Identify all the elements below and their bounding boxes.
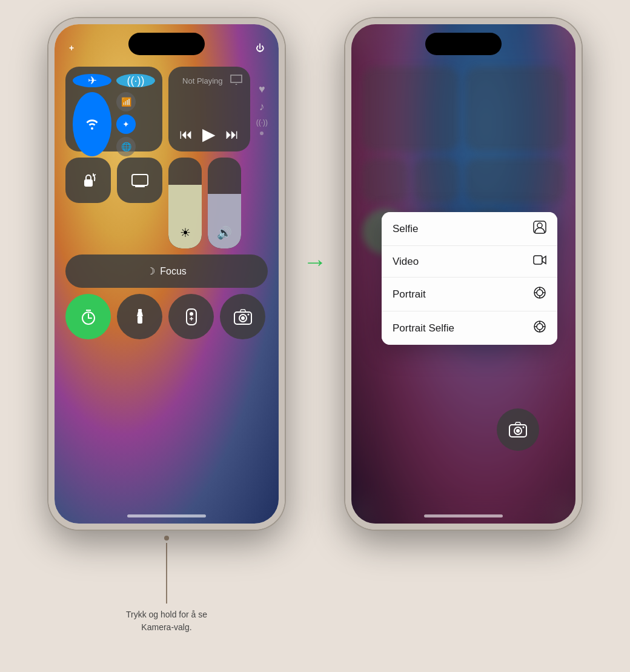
selfie-icon [533,221,546,237]
menu-item-video[interactable]: Video [382,246,557,278]
svg-point-23 [537,290,543,296]
portrait-label: Portrait [393,288,426,301]
svg-rect-2 [132,175,148,185]
focus-btn[interactable]: ☽ Focus [65,254,268,288]
blurred-sm-1 [362,158,408,203]
phone-right: Selfie Video [345,18,582,530]
timer-btn[interactable] [65,294,111,339]
wifi-calling-btn[interactable]: ((·)) [116,74,155,87]
blurred-media [465,67,565,151]
lock-rotate-btn[interactable] [65,158,111,203]
airplane-mode-btn[interactable]: ✈ [73,74,111,87]
cc-side-icons: ♥ ♪ ((·)) [256,67,268,151]
brightness-fill: ☀ [168,185,202,248]
menu-item-selfie[interactable]: Selfie [382,212,557,246]
control-center: ✈ ((·)) 📶 ✦ 🌐 [65,67,268,339]
home-indicator-right [424,514,503,517]
callout-line [166,543,167,604]
media-controls: ⏮ ▶ ⏭ [179,124,239,144]
video-label: Video [393,256,419,268]
earth-btn[interactable]: 🌐 [116,137,136,156]
cc-top-row: ✈ ((·)) 📶 ✦ 🌐 [65,67,268,151]
menu-item-portrait[interactable]: Portrait [382,278,557,311]
svg-marker-0 [233,84,239,85]
context-menu: Selfie Video [382,212,557,345]
wifi-btn[interactable] [73,92,111,156]
svg-point-29 [537,324,543,330]
camera-btn-left[interactable] [220,294,265,339]
remote-btn[interactable] [168,294,214,339]
status-bar-left: + ⏻ [55,33,279,63]
green-arrow: → [303,248,327,276]
camera-btn-right[interactable] [497,408,539,451]
not-playing-label: Not Playing [176,76,230,85]
portrait-selfie-icon [533,320,546,336]
main-content: + ⏻ ✈ ((·)) [0,0,630,634]
arrow-container: → [297,248,333,276]
selfie-label: Selfie [393,223,419,235]
brightness-icon: ☀ [180,225,191,240]
play-btn[interactable]: ▶ [202,124,216,144]
callout-container: Trykk og hold for å se Kamera-valg. [124,536,209,634]
cc-mid-row: ☀ 🔊 [65,158,268,248]
plus-icon[interactable]: + [69,43,74,53]
svg-rect-21 [534,256,542,264]
blurred-mid [362,158,565,203]
music-icon: ♪ [259,101,265,113]
brightness-slider[interactable]: ☀ [168,158,202,248]
screen-mirror-btn[interactable] [117,158,162,203]
video-icon [533,254,546,268]
home-indicator-left [127,514,206,517]
fastforward-btn[interactable]: ⏭ [225,127,239,142]
portrait-icon [533,286,546,302]
signal-side-icon: ((·)) [256,118,268,127]
bluetooth-btn[interactable]: ✦ [116,115,136,134]
focus-label: Focus [160,266,187,277]
volume-fill: 🔊 [208,194,241,248]
svg-point-36 [516,429,520,433]
phone-left: + ⏻ ✈ ((·)) [48,18,285,530]
airplay-icon[interactable] [230,74,243,88]
svg-rect-3 [135,185,145,187]
svg-point-18 [247,313,249,315]
left-phone-wrapper: + ⏻ ✈ ((·)) [48,18,285,634]
blurred-top-row [362,67,565,151]
portrait-selfie-label: Portrait Selfie [393,322,454,334]
dynamic-island-right [425,33,502,55]
svg-point-37 [523,427,525,428]
svg-point-17 [241,316,245,320]
svg-rect-1 [84,179,93,187]
svg-point-19 [537,223,542,228]
callout-dot [164,536,169,541]
svg-point-12 [190,312,193,316]
cc-media-top: Not Playing [176,74,243,88]
heart-icon: ♥ [259,83,265,96]
power-icon: ⏻ [256,43,264,53]
svg-rect-10 [138,309,142,311]
moon-icon: ☽ [147,265,155,277]
svg-rect-8 [138,316,142,324]
blurred-sm-2 [414,158,459,203]
dot-indicator [260,131,264,135]
torch-btn[interactable] [117,294,162,339]
blurred-connectivity [362,67,459,151]
blurred-wide [465,158,565,203]
cc-connectivity-block: ✈ ((·)) 📶 ✦ 🌐 [65,67,162,151]
cellular-btn[interactable]: 📶 [116,92,136,111]
sliders-area: ☀ 🔊 [168,158,268,248]
menu-item-portrait-selfie[interactable]: Portrait Selfie [382,311,557,345]
cc-media-block: Not Playing ⏮ ▶ ⏭ [168,67,250,151]
callout-text: Trykk og hold for å se Kamera-valg. [124,608,209,634]
volume-icon: 🔊 [217,225,232,240]
cc-bottom-row [65,294,268,339]
rewind-btn[interactable]: ⏮ [179,127,193,142]
cc-focus-row: ☽ Focus [65,254,268,288]
volume-slider[interactable]: 🔊 [208,158,241,248]
svg-marker-9 [137,311,143,316]
